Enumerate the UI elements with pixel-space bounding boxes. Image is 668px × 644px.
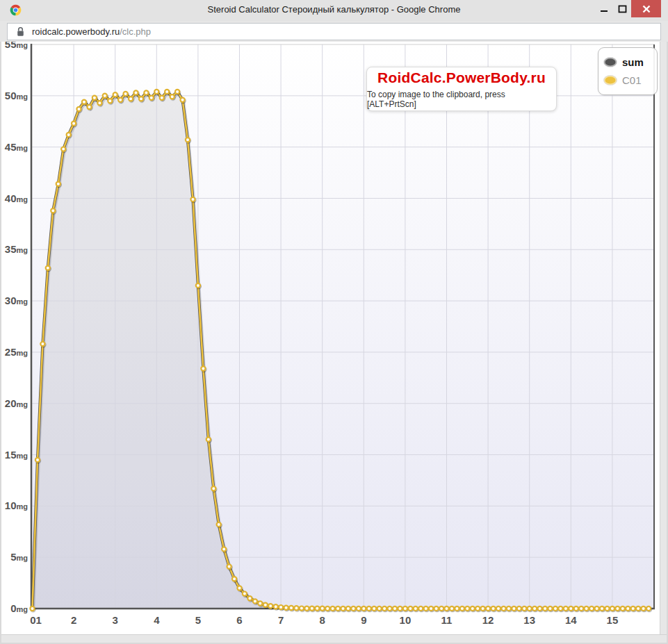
title-bar: Steroid Calculator Стероидный калькулято… — [0, 0, 668, 21]
svg-text:15mg: 15mg — [5, 449, 28, 461]
svg-text:5: 5 — [195, 614, 201, 626]
svg-text:10mg: 10mg — [5, 499, 28, 511]
line-shadow — [33, 93, 650, 610]
svg-text:20mg: 20mg — [5, 397, 28, 409]
series-line-c01 — [33, 92, 649, 609]
legend-label-sum: sum — [622, 56, 644, 68]
svg-text:35mg: 35mg — [5, 243, 28, 255]
legend-swatch-c01 — [604, 76, 617, 85]
bottom-frame-strip — [1, 634, 667, 643]
svg-text:55mg: 55mg — [5, 42, 28, 50]
dose-release-chart: 0mg5mg10mg15mg20mg25mg30mg35mg40mg45mg50… — [1, 42, 667, 643]
url-host: roidcalc.powerbody.ru — [32, 26, 120, 37]
close-button[interactable] — [631, 0, 661, 17]
svg-text:14: 14 — [565, 614, 577, 626]
right-frame-strip — [660, 42, 667, 635]
svg-text:7: 7 — [278, 614, 284, 626]
legend-item-c01: C01 — [604, 71, 651, 89]
svg-text:6: 6 — [236, 614, 242, 626]
y-axis-labels: 0mg5mg10mg15mg20mg25mg30mg35mg40mg45mg50… — [5, 42, 28, 614]
url-bar-row: roidcalc.powerbody.ru/clc.php — [0, 21, 668, 42]
page-content: 0mg5mg10mg15mg20mg25mg30mg35mg40mg45mg50… — [1, 42, 667, 643]
svg-text:30mg: 30mg — [5, 295, 28, 306]
svg-text:45mg: 45mg — [5, 141, 28, 153]
browser-window: Steroid Calculator Стероидный калькулято… — [0, 0, 668, 644]
series-markers-c01 — [30, 90, 651, 611]
svg-text:4: 4 — [154, 614, 160, 626]
plot-background — [31, 44, 654, 609]
series-line-sum — [33, 92, 649, 609]
chart-legend: sum C01 — [598, 47, 658, 95]
address-bar[interactable]: roidcalc.powerbody.ru/clc.php — [7, 23, 661, 40]
svg-text:5mg: 5mg — [10, 551, 28, 563]
legend-label-c01: C01 — [622, 74, 642, 86]
svg-text:9: 9 — [361, 614, 366, 626]
maximize-button[interactable] — [613, 0, 631, 17]
minimize-button[interactable] — [595, 0, 613, 17]
chrome-logo-icon — [10, 4, 22, 16]
svg-text:0mg: 0mg — [10, 602, 28, 614]
lock-icon — [16, 26, 25, 37]
svg-text:3: 3 — [113, 614, 118, 626]
svg-text:8: 8 — [320, 614, 325, 626]
window-title: Steroid Calculator Стероидный калькулято… — [83, 0, 585, 19]
svg-text:11: 11 — [441, 614, 453, 626]
chart-grid — [31, 44, 654, 609]
svg-text:2: 2 — [71, 614, 76, 626]
svg-text:10: 10 — [400, 614, 412, 626]
svg-text:50mg: 50mg — [5, 90, 28, 101]
x-axis-labels: 0123456789101112131415 — [30, 614, 618, 626]
svg-text:25mg: 25mg — [5, 346, 28, 358]
window-controls — [595, 0, 661, 17]
svg-text:12: 12 — [482, 614, 494, 626]
svg-text:13: 13 — [523, 614, 535, 626]
url-path: /clc.php — [120, 26, 151, 37]
svg-text:01: 01 — [30, 614, 42, 626]
legend-swatch-sum — [604, 58, 617, 67]
watermark-subtitle: To copy image to the clipboard, press [A… — [367, 90, 556, 109]
svg-text:15: 15 — [607, 614, 619, 626]
watermark-title: RoidCalc.PowerBody.ru — [377, 69, 546, 86]
watermark-box: RoidCalc.PowerBody.ru To copy image to t… — [366, 67, 557, 111]
legend-item-sum: sum — [604, 53, 651, 71]
svg-text:40mg: 40mg — [5, 192, 28, 204]
area-fill — [33, 92, 649, 609]
